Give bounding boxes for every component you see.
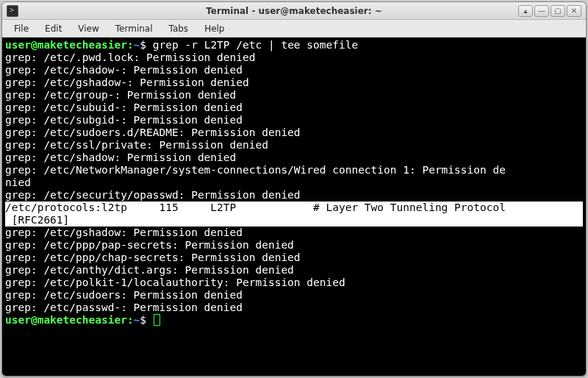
output-line: grep: /etc/sudoers: Permission denied xyxy=(5,289,583,302)
output-line: grep: /etc/.pwd.lock: Permission denied xyxy=(5,51,583,64)
output-line: grep: /etc/ppp/chap-secrets: Permission … xyxy=(5,252,583,264)
output-line: grep: /etc/ssl/private: Permission denie… xyxy=(5,139,583,151)
output-line: grep: /etc/shadow: Permission denied xyxy=(5,151,583,164)
output-line: grep: /etc/security/opasswd: Permission … xyxy=(5,189,583,202)
output-line: grep: /etc/passwd-: Permission denied xyxy=(5,302,583,314)
output-line: grep: /etc/shadow-: Permission denied xyxy=(5,64,583,76)
menu-edit[interactable]: Edit xyxy=(37,21,69,36)
terminal-area[interactable]: user@maketecheasier:~$ grep -r L2TP /etc… xyxy=(2,38,586,376)
output-line: grep: /etc/polkit-1/localauthority: Perm… xyxy=(5,277,583,289)
output-line: grep: /etc/subuid-: Permission denied xyxy=(5,101,583,114)
close-button[interactable]: ✕ xyxy=(567,5,581,17)
terminal-window: Terminal - user@maketecheasier: ~ ▴ — ▢ … xyxy=(1,1,587,377)
rollup-button[interactable]: ▴ xyxy=(518,5,533,17)
menu-tabs[interactable]: Tabs xyxy=(162,21,196,36)
output-line: grep: /etc/NetworkManager/system-connect… xyxy=(5,164,583,176)
menu-terminal[interactable]: Terminal xyxy=(108,21,160,36)
output-line: grep: /etc/gshadow: Permission denied xyxy=(5,227,583,239)
menu-file[interactable]: File xyxy=(7,21,36,36)
output-line: grep: /etc/sudoers.d/README: Permission … xyxy=(5,126,583,139)
command-line: user@maketecheasier:~$ grep -r L2TP /etc… xyxy=(5,39,583,51)
menubar: File Edit View Terminal Tabs Help xyxy=(2,20,586,38)
prompt-line: user@maketecheasier:~$ xyxy=(5,314,583,327)
output-line: grep: /etc/subgid-: Permission denied xyxy=(5,114,583,126)
terminal-icon xyxy=(7,5,18,17)
output-line: grep: /etc/gshadow-: Permission denied xyxy=(5,76,583,89)
prompt: user@maketecheasier:~$ xyxy=(5,314,153,326)
command-text: grep -r L2TP /etc | tee somefile xyxy=(153,39,358,51)
output-line: grep: /etc/ppp/pap-secrets: Permission d… xyxy=(5,239,583,252)
output-match-line: /etc/protocols:l2tp 115 L2TP # Layer Two… xyxy=(5,202,583,214)
window-controls: ▴ — ▢ ✕ xyxy=(518,5,581,17)
window-title: Terminal - user@maketecheasier: ~ xyxy=(2,6,586,16)
maximize-button[interactable]: ▢ xyxy=(551,5,565,17)
prompt: user@maketecheasier:~$ xyxy=(5,39,153,51)
output-line: grep: /etc/group-: Permission denied xyxy=(5,89,583,101)
output-line: nied xyxy=(5,176,583,189)
output-match-line: [RFC2661] xyxy=(5,214,583,227)
menu-help[interactable]: Help xyxy=(197,21,232,36)
output-line: grep: /etc/anthy/dict.args: Permission d… xyxy=(5,264,583,277)
titlebar[interactable]: Terminal - user@maketecheasier: ~ ▴ — ▢ … xyxy=(2,2,586,20)
cursor xyxy=(154,314,160,326)
minimize-button[interactable]: — xyxy=(534,5,549,17)
menu-view[interactable]: View xyxy=(71,21,106,36)
